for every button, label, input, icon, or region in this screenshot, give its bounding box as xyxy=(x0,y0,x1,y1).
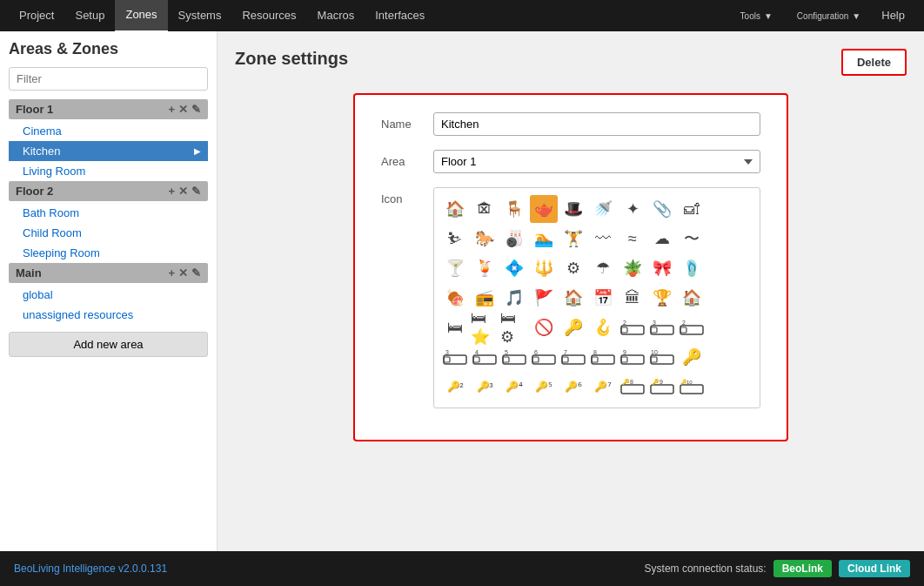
nav-project[interactable]: Project xyxy=(9,0,64,31)
delete-main-icon[interactable]: ✕ xyxy=(178,266,188,280)
nav-systems[interactable]: Systems xyxy=(168,0,232,31)
icon-waves3[interactable]: 〜 xyxy=(678,225,706,253)
icon-cocktail2[interactable]: 🍹 xyxy=(471,254,499,282)
icon-cloud[interactable]: ☁ xyxy=(648,225,676,253)
filter-input[interactable] xyxy=(9,67,208,91)
nav-setup[interactable]: Setup xyxy=(64,0,115,31)
icon-hanger1[interactable]: 🪝 xyxy=(589,313,617,341)
area-row: Area Floor 1 Floor 2 Main xyxy=(381,150,760,173)
version-link[interactable]: BeoLiving Intelligence v2.0.0.131 xyxy=(14,562,167,575)
icon-calendar[interactable]: 📅 xyxy=(589,284,617,312)
icon-bed-n8[interactable]: 8 xyxy=(589,343,617,371)
zone-childroom[interactable]: Child Room xyxy=(9,223,208,243)
icon-bed-n3b[interactable]: 3 xyxy=(441,343,469,371)
nav-zones[interactable]: Zones xyxy=(115,0,167,32)
zone-sleepingroom[interactable]: Sleeping Room xyxy=(9,243,208,263)
icon-key-n5[interactable]: 🔑⁵ xyxy=(530,373,558,401)
edit-zone2-icon[interactable]: ✎ xyxy=(191,185,201,198)
icon-horse[interactable]: 🐎 xyxy=(471,225,499,253)
icon-home2[interactable]: 🏠 xyxy=(559,284,587,312)
icon-waves2[interactable]: ≈ xyxy=(619,225,646,253)
icon-bird[interactable]: 🏠 xyxy=(678,284,706,312)
icon-key-n1[interactable]: 🔑 xyxy=(678,343,706,371)
icon-umbrella[interactable]: ☂ xyxy=(589,254,617,282)
nav-help[interactable]: Help xyxy=(871,0,915,31)
icon-clip[interactable]: 📎 xyxy=(648,195,676,223)
icon-teapot[interactable]: 🫖 xyxy=(530,195,558,223)
nav-resources[interactable]: Resources xyxy=(231,0,306,31)
nav-interfaces[interactable]: Interfaces xyxy=(365,0,435,31)
cloudlink-badge[interactable]: Cloud Link xyxy=(839,560,910,577)
icon-chair[interactable]: 🪑 xyxy=(500,195,528,223)
icon-bed-n2b[interactable]: 2 xyxy=(678,313,706,341)
icon-bed-n6[interactable]: 6 xyxy=(530,343,558,371)
icon-plant[interactable]: 🪴 xyxy=(619,254,646,282)
icon-key-n2[interactable]: 🔑² xyxy=(441,373,469,401)
icon-bed-n2a[interactable]: 2 xyxy=(619,313,646,341)
icon-key-n3[interactable]: 🔑³ xyxy=(471,373,499,401)
icon-key-n4[interactable]: 🔑⁴ xyxy=(500,373,528,401)
icon-gear[interactable]: ⚙ xyxy=(559,254,587,282)
icon-bed-key9[interactable]: 🔑9 xyxy=(648,373,676,401)
icon-sofa[interactable]: 🛋 xyxy=(678,195,706,223)
icon-shower[interactable]: 🚿 xyxy=(589,195,617,223)
add-main-icon[interactable]: + xyxy=(168,266,175,280)
icon-bbq[interactable]: 🍖 xyxy=(441,284,469,312)
nav-tools[interactable]: Tools▼ xyxy=(726,11,783,21)
icon-ski[interactable]: ⛷ xyxy=(441,225,469,253)
icon-house[interactable]: 🏠 xyxy=(441,195,469,223)
delete-button[interactable]: Delete xyxy=(841,49,907,76)
icon-key-n7[interactable]: 🔑⁷ xyxy=(589,373,617,401)
add-zone2-icon[interactable]: + xyxy=(168,185,175,198)
icon-bed-n10[interactable]: 10 xyxy=(648,343,676,371)
icon-bed1[interactable]: 🛏 xyxy=(441,313,469,341)
area-select[interactable]: Floor 1 Floor 2 Main xyxy=(433,150,760,173)
icon-bowtie[interactable]: 🎀 xyxy=(648,254,676,282)
icon-diamond[interactable]: 💠 xyxy=(500,254,528,282)
icon-music[interactable]: 🎵 xyxy=(500,284,528,312)
icon-key1[interactable]: 🔑 xyxy=(559,313,587,341)
zone-kitchen[interactable]: Kitchen xyxy=(9,141,208,161)
icon-bed-key10[interactable]: 🔑10 xyxy=(678,373,706,401)
icon-cocktail1[interactable]: 🍸 xyxy=(441,254,469,282)
icon-key-n6[interactable]: 🔑⁶ xyxy=(559,373,587,401)
icon-bed-gear[interactable]: 🛏⚙ xyxy=(500,313,528,341)
add-area-button[interactable]: Add new area xyxy=(9,332,208,357)
icon-bed-n3a[interactable]: 3 xyxy=(648,313,676,341)
icon-bed-key8[interactable]: 🔑8 xyxy=(619,373,646,401)
icon-bowling[interactable]: 🎳 xyxy=(500,225,528,253)
icon-bed-n9[interactable]: 9 xyxy=(619,343,646,371)
icon-bed-star[interactable]: 🛏⭐ xyxy=(471,313,499,341)
icon-sandal[interactable]: 🩴 xyxy=(678,254,706,282)
icon-trophy[interactable]: 🏆 xyxy=(648,284,676,312)
icon-waves1[interactable]: 〰 xyxy=(589,225,617,253)
icon-bed-n4[interactable]: 4 xyxy=(471,343,499,371)
icon-bed-n7[interactable]: 7 xyxy=(559,343,587,371)
delete-zone2-icon[interactable]: ✕ xyxy=(178,185,188,198)
edit-zone-icon[interactable]: ✎ xyxy=(191,103,201,116)
icon-gym[interactable]: 🏋 xyxy=(559,225,587,253)
zone-living-room[interactable]: Living Room xyxy=(9,161,208,181)
nav-macros[interactable]: Macros xyxy=(307,0,365,31)
nav-config[interactable]: Configuration▼ xyxy=(783,11,871,21)
icon-bed-n5[interactable]: 5 xyxy=(500,343,528,371)
icon-garage[interactable]: 🏚 xyxy=(471,195,499,223)
edit-main-icon[interactable]: ✎ xyxy=(191,266,201,280)
icon-building[interactable]: 🏛 xyxy=(619,284,646,312)
name-input[interactable] xyxy=(433,112,760,136)
svg-text:3: 3 xyxy=(653,320,656,326)
icon-key2[interactable]: 🔱 xyxy=(530,254,558,282)
icon-no-key[interactable]: 🚫 xyxy=(530,313,558,341)
icon-hat[interactable]: 🎩 xyxy=(559,195,587,223)
delete-zone-icon[interactable]: ✕ xyxy=(178,103,188,116)
beolink-badge[interactable]: BeoLink xyxy=(773,560,832,577)
zone-global[interactable]: global xyxy=(9,285,208,305)
icon-flag[interactable]: 🚩 xyxy=(530,284,558,312)
icon-star[interactable]: ✦ xyxy=(619,195,646,223)
zone-unassigned[interactable]: unassigned resources xyxy=(9,305,208,325)
zone-bathroom[interactable]: Bath Room xyxy=(9,203,208,223)
icon-radio[interactable]: 📻 xyxy=(471,284,499,312)
icon-pool[interactable]: 🏊 xyxy=(530,225,558,253)
add-zone-icon[interactable]: + xyxy=(168,103,175,116)
zone-cinema[interactable]: Cinema xyxy=(9,121,208,141)
